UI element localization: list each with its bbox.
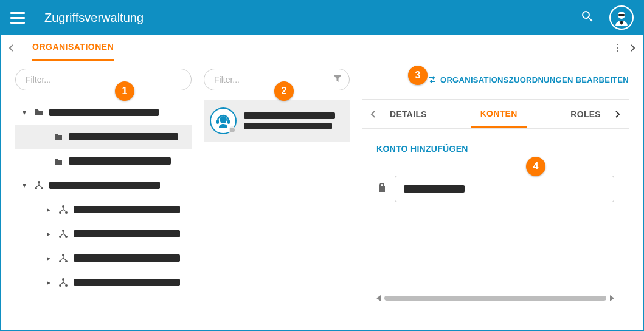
tree-item[interactable]: ▸ [15,222,192,246]
org-tree: ▾▾▸▸▸▸ [15,100,192,331]
chevron-right-icon[interactable]: ▸ [44,230,53,238]
svg-point-17 [65,284,68,287]
subnav: ORGANISATIONEN ⋮ [1,35,643,61]
hierarchy-icon [58,277,69,288]
building-icon [53,155,64,166]
user-list-item[interactable] [204,100,350,142]
tab-organisationen[interactable]: ORGANISATIONEN [32,35,114,61]
svg-point-6 [62,205,64,208]
subnav-next[interactable] [626,42,639,54]
tree-item[interactable]: ▸ [15,197,192,222]
svg-point-18 [220,116,227,123]
org-filter-input[interactable] [15,69,192,90]
svg-point-7 [59,211,61,214]
account-value-redacted [404,185,465,193]
tree-item[interactable]: ▾ [15,173,192,197]
tree-label-redacted [74,279,180,286]
subnav-more[interactable]: ⋮ [612,42,624,54]
tree-label-redacted [69,133,178,140]
tree-item[interactable] [15,149,192,173]
tab-details[interactable]: DETAILS [380,109,437,119]
filter-icon[interactable] [333,73,342,86]
scroll-track[interactable] [384,296,606,301]
svg-point-12 [62,254,64,256]
svg-point-15 [62,278,64,281]
svg-point-11 [65,236,68,238]
tree-label-redacted [49,109,159,116]
hierarchy-icon [58,228,69,239]
hierarchy-icon [58,253,69,264]
scroll-right-icon[interactable] [610,295,614,301]
search-icon[interactable] [580,9,595,26]
svg-rect-19 [216,120,219,124]
svg-point-3 [38,181,40,183]
chevron-right-icon[interactable]: ▸ [44,254,53,262]
callout-2: 2 [274,81,294,101]
tab-konten[interactable]: KONTEN [471,109,527,128]
user-avatar[interactable] [609,5,634,30]
callout-3: 3 [408,66,428,85]
tree-label-redacted [74,206,180,213]
svg-point-14 [65,260,68,262]
svg-rect-2 [618,14,625,16]
tree-label-redacted [69,157,171,165]
callout-1: 1 [115,81,134,101]
svg-point-8 [65,211,68,214]
svg-point-16 [59,284,61,287]
add-account-link[interactable]: KONTO HINZUFÜGEN [376,144,468,154]
user-name-redacted [244,112,335,119]
svg-point-10 [59,236,61,238]
svg-point-4 [35,187,37,189]
chevron-right-icon[interactable]: ▸ [44,278,53,287]
menu-button[interactable] [10,10,25,25]
tree-label-redacted [74,254,180,262]
user-list [204,100,350,331]
user-detail-redacted [244,123,332,129]
horizontal-scrollbar[interactable] [376,295,614,301]
tree-item[interactable]: ▸ [15,246,192,270]
scroll-left-icon[interactable] [376,295,381,301]
hierarchy-icon [33,180,44,191]
status-dot [229,126,236,134]
app-header: Zugriffsverwaltung [1,1,643,35]
detail-tabs-next[interactable] [611,111,624,118]
subnav-prev[interactable] [5,42,18,54]
svg-point-9 [62,230,64,232]
chevron-right-icon[interactable]: ▸ [44,205,53,214]
headset-icon [210,107,237,134]
edit-org-assignments-link[interactable]: ORGANISATIONSZUORDNUNGEN BEARBEITEN [428,75,629,84]
tree-item[interactable]: ▾ [15,100,192,125]
chevron-down-icon[interactable]: ▾ [20,108,29,117]
callout-4: 4 [526,157,545,176]
page-title: Zugriffsverwaltung [44,11,144,25]
svg-point-13 [59,260,61,262]
building-icon [53,131,64,142]
detail-tabs-prev[interactable] [367,111,380,118]
chevron-down-icon[interactable]: ▾ [20,181,29,189]
tree-item[interactable]: ▸ [15,270,192,295]
folder-icon [33,107,44,118]
swap-icon [428,75,437,84]
tree-item[interactable] [15,125,192,149]
lock-icon [376,182,387,196]
account-value-field[interactable] [395,176,614,202]
hierarchy-icon [58,204,69,215]
svg-rect-20 [227,120,230,124]
tab-roles[interactable]: ROLES [561,109,611,119]
svg-point-5 [41,187,43,189]
tree-label-redacted [49,182,160,189]
tree-label-redacted [74,230,180,237]
edit-org-assignments-label: ORGANISATIONSZUORDNUNGEN BEARBEITEN [440,75,629,84]
